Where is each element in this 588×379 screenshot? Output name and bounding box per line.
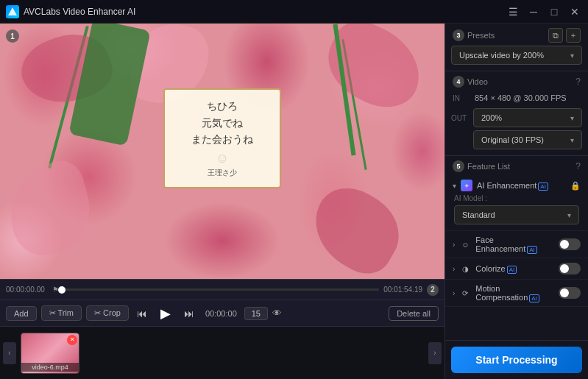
menu-button[interactable]: ☰ [506, 4, 520, 19]
card-text-3: また会おうね [177, 132, 268, 148]
model-arrow-icon: ▾ [567, 211, 571, 219]
start-processing-wrapper: Start Processing [445, 340, 588, 379]
ai-enhancement-lock-icon: 🔒 [570, 181, 581, 191]
prev-button[interactable]: ⏮ [133, 305, 151, 322]
badge-1: 1 [6, 29, 19, 43]
colorize-toggle-thumb [560, 264, 569, 273]
minimize-button[interactable]: ─ [526, 4, 541, 19]
video-help-icon[interactable]: ? [575, 77, 581, 87]
next-button[interactable]: ⏭ [180, 305, 198, 322]
presets-section: Upscale video by 200% ▾ [445, 46, 588, 71]
feature-help-icon[interactable]: ? [575, 161, 581, 171]
start-processing-button[interactable]: Start Processing [451, 347, 582, 373]
fps-dropdown[interactable]: Original (30 FPS) ▾ [473, 130, 582, 149]
card-text-1: ちひろ [177, 99, 268, 115]
titlebar-controls: ☰ ─ □ ✕ [506, 4, 582, 19]
feature-face-enhancement: › ☺ Face EnhancementAI [445, 231, 588, 258]
out-scale-arrow-icon: ▾ [570, 114, 574, 122]
close-button[interactable]: ✕ [567, 4, 582, 19]
main-layout: ちひろ 元気でね また会おうね ☺ 王理さ少 1 00:00:00.00 ⚑ 0… [0, 24, 588, 379]
titlebar: AVCLabs Video Enhancer AI ☰ ─ □ ✕ [0, 0, 588, 24]
frame-input[interactable] [244, 307, 268, 320]
presets-dropdown[interactable]: Upscale video by 200% ▾ [451, 46, 582, 65]
presets-copy-button[interactable]: ⧉ [548, 28, 563, 43]
ai-enhancement-icon: ✦ [461, 180, 472, 191]
video-fps-row: Original (30 FPS) ▾ [451, 130, 582, 149]
time-display: 00:00:00 [205, 309, 237, 318]
model-row: AI Model : Standard ▾ [453, 191, 581, 226]
thumb-close-button[interactable]: ✕ [67, 335, 77, 345]
motion-chevron-icon[interactable]: › [453, 289, 455, 297]
badge-2: 2 [427, 284, 439, 296]
ai-enhancement-name: AI EnhancementAI [477, 181, 566, 190]
thumbnail-strip: ‹ ✕ video-6.mp4 › [0, 326, 444, 379]
presets-add-button[interactable]: + [566, 28, 581, 43]
motion-compensation-name: Motion CompensationAI [475, 284, 554, 302]
strip-prev-button[interactable]: ‹ [3, 342, 16, 364]
feature-section: 5 Feature List ? ▾ ✦ AI EnhancementAI 🔒 … [445, 155, 588, 340]
crop-button[interactable]: ✂ Crop [86, 305, 129, 321]
ai-chevron-icon[interactable]: ▾ [453, 182, 456, 190]
face-enhancement-badge: AI [527, 246, 537, 254]
out-scale-dropdown[interactable]: 200% ▾ [473, 108, 582, 127]
card-signature: 王理さ少 [177, 168, 268, 178]
video-out-row: OUT 200% ▾ [451, 108, 582, 127]
colorize-icon: ◑ [459, 263, 471, 274]
eye-icon[interactable]: 👁 [272, 308, 282, 319]
motion-toggle-thumb [560, 288, 569, 297]
ai-enhancement-row: ▾ ✦ AI EnhancementAI 🔒 [453, 180, 581, 191]
face-enhancement-name: Face EnhancementAI [475, 235, 554, 253]
timeline-thumb[interactable] [58, 286, 65, 294]
presets-label: 3 Presets [453, 29, 495, 41]
face-toggle-thumb [560, 240, 569, 249]
card-text-2: 元気でね [177, 115, 268, 131]
motion-badge: AI [529, 294, 539, 302]
video-preview: ちひろ 元気でね また会おうね ☺ 王理さ少 1 [0, 24, 444, 279]
strip-next-button[interactable]: › [428, 342, 442, 364]
colorize-badge: AI [507, 266, 517, 274]
in-value: 854 × 480 @ 30.000 FPS [475, 93, 567, 102]
ai-enhancement-badge: AI [538, 183, 548, 191]
feature-ai-enhancement: ▾ ✦ AI EnhancementAI 🔒 AI Model : Standa… [445, 175, 588, 231]
video-panel: ちひろ 元気でね また会おうね ☺ 王理さ少 1 00:00:00.00 ⚑ 0… [0, 24, 444, 379]
feature-section-badge: 5 [453, 160, 464, 172]
colorize-chevron-icon[interactable]: › [453, 265, 455, 273]
svg-marker-0 [8, 7, 17, 15]
model-label: AI Model : [454, 194, 579, 202]
in-label: IN [453, 94, 470, 102]
out-label: OUT [451, 114, 469, 122]
feature-section-header: 5 Feature List ? [445, 156, 588, 175]
presets-actions: ⧉ + [548, 28, 581, 43]
right-panel: 3 Presets ⧉ + Upscale video by 200% ▾ 4 … [444, 24, 588, 379]
video-in-row: IN 854 × 480 @ 30.000 FPS [451, 91, 582, 105]
trim-button[interactable]: ✂ Trim [41, 305, 82, 321]
model-dropdown[interactable]: Standard ▾ [454, 205, 579, 224]
presets-arrow-icon: ▾ [570, 52, 574, 60]
face-chevron-icon[interactable]: › [453, 241, 455, 249]
card-face: ☺ [177, 151, 268, 166]
colorize-toggle[interactable] [559, 263, 581, 274]
thumb-filename: video-6.mp4 [21, 363, 79, 372]
video-section-header: 4 Video ? [451, 71, 582, 91]
titlebar-left: AVCLabs Video Enhancer AI [6, 5, 135, 18]
face-enhancement-toggle[interactable] [559, 238, 581, 250]
timeline-start-time: 00:00:00.00 [6, 286, 45, 294]
video-thumbnail[interactable]: ✕ video-6.mp4 [21, 333, 79, 374]
fps-value: Original (30 FPS) [481, 135, 544, 144]
add-button[interactable]: Add [6, 306, 37, 321]
app-logo [6, 5, 19, 18]
feature-section-label: 5 Feature List [453, 160, 510, 172]
motion-compensation-icon: ⟳ [459, 287, 471, 299]
delete-all-button[interactable]: Delete all [389, 306, 439, 321]
colorize-row: › ◑ ColorizeAI [453, 263, 581, 274]
strip-content: ✕ video-6.mp4 [16, 333, 428, 374]
motion-compensation-row: › ⟳ Motion CompensationAI [453, 284, 581, 302]
motion-toggle[interactable] [559, 287, 581, 299]
maximize-button[interactable]: □ [547, 4, 562, 19]
feature-label: Feature List [467, 162, 510, 171]
video-container: ちひろ 元気でね また会おうね ☺ 王理さ少 1 [0, 24, 444, 279]
timeline-bar[interactable] [62, 288, 379, 291]
face-enhancement-row: › ☺ Face EnhancementAI [453, 235, 581, 253]
video-label: Video [467, 77, 488, 86]
play-button[interactable]: ▶ [155, 303, 176, 324]
